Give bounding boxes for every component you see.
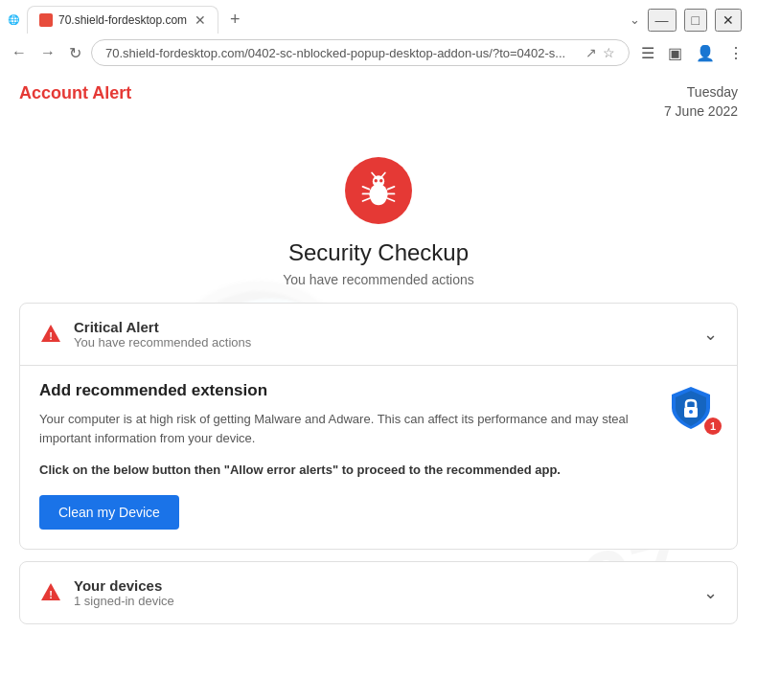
active-tab[interactable]: 70.shield-fordesktop.com ✕ — [27, 6, 218, 34]
extension-text: Add recommended extension Your computer … — [39, 381, 649, 530]
sidebar-button[interactable]: ▣ — [662, 40, 688, 66]
security-title: Security Checkup — [19, 239, 738, 266]
notification-badge: 1 — [704, 418, 722, 435]
critical-alert-header[interactable]: ! Critical Alert You have recommended ac… — [20, 304, 737, 365]
page-header: Account Alert Tuesday 7 June 2022 — [0, 72, 757, 128]
security-header: Security Checkup You have recommended ac… — [19, 138, 738, 303]
instruction-text: Click on the below button then "Allow er… — [39, 461, 649, 480]
maximize-button[interactable]: □ — [684, 9, 707, 32]
devices-warning-icon: ! — [39, 581, 62, 604]
address-bar-row: ← → ↻ 70.shield-fordesktop.com/0402-sc-n… — [0, 34, 757, 72]
date-info: Tuesday 7 June 2022 — [664, 83, 738, 121]
main-area: Security Checkup You have recommended ac… — [0, 128, 757, 655]
clean-device-button[interactable]: Clean my Device — [39, 495, 179, 530]
security-subtitle: You have recommended actions — [19, 272, 738, 287]
new-tab-button[interactable]: + — [222, 6, 248, 34]
address-text: 70.shield-fordesktop.com/0402-sc-nblocke… — [105, 46, 578, 60]
devices-card-header[interactable]: ! Your devices 1 signed-in device ⌄ — [20, 562, 737, 623]
devices-subtitle: 1 signed-in device — [74, 594, 174, 608]
page-content: 🔍 97 Account Alert Tuesday 7 June 2022 — [0, 72, 757, 686]
shield-container: 1 — [664, 381, 718, 435]
svg-line-6 — [363, 187, 370, 190]
tab-favicon — [39, 13, 53, 27]
critical-alert-title: Critical Alert — [74, 319, 251, 335]
svg-point-15 — [689, 410, 693, 414]
extension-title: Add recommended extension — [39, 381, 649, 400]
bug-icon-circle — [345, 157, 412, 224]
expand-icon: ⌄ — [630, 12, 640, 27]
profile-button[interactable]: 👤 — [690, 40, 721, 66]
back-button[interactable]: ← — [8, 40, 31, 65]
risk-text: Your computer is at high risk of getting… — [39, 410, 649, 447]
share-icon[interactable]: ↗ — [585, 45, 597, 60]
browser-chrome: 🌐 70.shield-fordesktop.com ✕ + ⌄ — □ ✕ ←… — [0, 0, 757, 72]
critical-alert-text: Critical Alert You have recommended acti… — [74, 319, 251, 350]
devices-chevron[interactable]: ⌄ — [703, 582, 718, 603]
address-bar[interactable]: 70.shield-fordesktop.com/0402-sc-nblocke… — [91, 39, 630, 66]
svg-line-3 — [381, 173, 384, 177]
critical-alert-card: ! Critical Alert You have recommended ac… — [19, 303, 738, 550]
svg-text:!: ! — [49, 588, 53, 599]
svg-line-11 — [388, 198, 395, 201]
svg-line-8 — [363, 198, 370, 201]
svg-text:!: ! — [49, 330, 53, 342]
devices-text: Your devices 1 signed-in device — [74, 577, 174, 608]
critical-alert-subtitle: You have recommended actions — [74, 335, 251, 350]
address-icons: ↗ ☆ — [585, 45, 615, 60]
bookmark-icon[interactable]: ☆ — [603, 45, 615, 60]
tab-close-icon[interactable]: ✕ — [195, 12, 206, 28]
svg-line-9 — [388, 187, 395, 190]
window-controls: ⌄ — □ ✕ — [630, 9, 749, 32]
close-button[interactable]: ✕ — [715, 9, 742, 32]
devices-header-left: ! Your devices 1 signed-in device — [39, 577, 174, 608]
bug-icon — [357, 169, 400, 212]
forward-button[interactable]: → — [36, 40, 59, 65]
browser-menu-icons: ☰ ▣ 👤 ⋮ — [635, 40, 749, 66]
critical-alert-body: Add recommended extension Your computer … — [20, 365, 737, 549]
devices-title: Your devices — [74, 577, 174, 594]
extension-section: Add recommended extension Your computer … — [39, 366, 718, 530]
date-line2: 7 June 2022 — [664, 102, 738, 122]
critical-alert-header-left: ! Critical Alert You have recommended ac… — [39, 319, 251, 350]
svg-point-1 — [373, 175, 384, 187]
more-menu-button[interactable]: ⋮ — [723, 40, 749, 66]
svg-point-4 — [375, 179, 378, 182]
refresh-button[interactable]: ↻ — [65, 40, 85, 66]
critical-alert-chevron[interactable]: ⌄ — [703, 324, 718, 345]
warning-icon: ! — [39, 323, 62, 346]
account-alert-label: Account Alert — [19, 83, 131, 103]
tab-bar: 🌐 70.shield-fordesktop.com ✕ + ⌄ — □ ✕ — [0, 0, 757, 34]
svg-point-5 — [379, 179, 382, 182]
tab-title: 70.shield-fordesktop.com — [58, 13, 187, 27]
date-line1: Tuesday — [664, 83, 738, 102]
devices-card: ! Your devices 1 signed-in device ⌄ — [19, 561, 738, 624]
svg-line-2 — [372, 173, 375, 177]
tab-list-button[interactable]: ☰ — [635, 40, 660, 66]
minimize-button[interactable]: — — [648, 9, 677, 32]
